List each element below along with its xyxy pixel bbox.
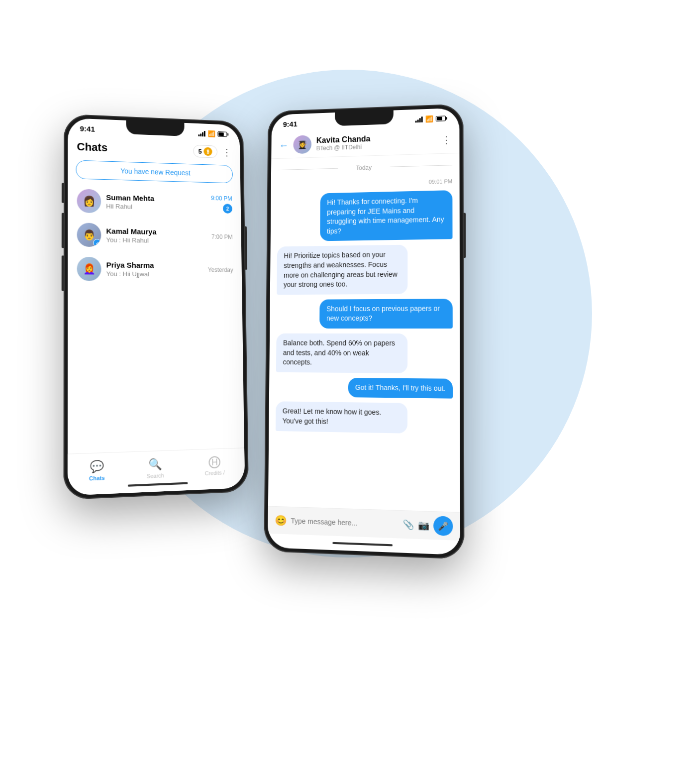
signal-icon-right [415,116,423,122]
chat-messages-container: Today 09:01 PM Hi! Thanks for connecting… [268,151,460,515]
mic-icon: 🎤 [438,521,448,531]
status-icons-right: 📶 [415,114,447,123]
message-time-stamp: 09:01 PM [278,178,452,189]
chat-item-kamal[interactable]: 👨 ✓ Kamal Maurya You : Hii Rahul 7:00 PM [73,218,236,253]
battery-icon-right [436,115,447,121]
unread-badge-suman: 2 [223,204,232,214]
side-button-vol-up [62,213,64,248]
chat-list: 👩 Suman Mehta Hii Rahul 9:00 PM 2 👨 ✓ [68,184,242,287]
status-icons-left: 📶 [198,130,228,138]
message-sent-3: Got it! Thanks, I'll try this out. [276,377,453,399]
chat-item-priya[interactable]: 👩‍🦰 Priya Sharma You : Hii Ujjwal Yester… [73,252,237,287]
bubble-received-2: Balance both. Spend 60% on papers and te… [276,333,407,373]
chat-time-suman: 9:00 PM [211,195,232,202]
notch [126,120,184,136]
search-nav-label: Search [147,472,164,479]
nav-credits[interactable]: H Credits / [204,456,225,476]
chat-info-priya: Priya Sharma You : Hii Ujjwal [106,260,203,278]
chat-more-button[interactable]: ⋮ [441,134,451,146]
side-button-mute [62,183,64,203]
search-nav-icon: 🔍 [148,457,162,471]
credits-badge[interactable]: 5 ₿ [193,145,217,158]
battery-icon [217,131,228,137]
phone-right: 9:41 📶 ← 👩‍🎓 [264,104,464,559]
message-received-1: Hi! Prioritize topics based on your stre… [277,244,452,295]
side-button-power-right [464,213,466,258]
nav-search[interactable]: 🔍 Search [146,457,164,479]
chat-meta-priya: Yesterday [208,266,233,273]
chat-time-kamal: 7:00 PM [211,233,233,240]
chat-input-area: 😊 📎 📷 🎤 [268,506,460,541]
avatar-kamal: 👨 ✓ [77,222,101,247]
back-button[interactable]: ← [279,139,289,151]
credits-coin-icon: ₿ [203,147,212,156]
message-received-2: Balance both. Spend 60% on papers and te… [276,333,453,374]
chat-meta-suman: 9:00 PM 2 [211,195,232,214]
chat-name-suman: Suman Mehta [106,193,206,204]
more-menu-button[interactable]: ⋮ [222,146,231,158]
wifi-icon: 📶 [207,130,215,137]
attach-button[interactable]: 📎 [403,519,414,531]
side-button-vol-down [62,255,64,291]
chat-nav-label: Chats [89,475,105,482]
home-indicator-right [332,542,393,547]
chat-preview-kamal: You : Hii Rahul [106,236,206,245]
chat-time-priya: Yesterday [208,266,233,273]
avatar-suman: 👩 [77,189,101,213]
chat-preview-suman: Hii Rahul [106,203,206,212]
bubble-received-3: Great! Let me know how it goes. You've g… [276,402,407,434]
message-input[interactable] [291,517,399,529]
new-request-button[interactable]: You have new Request [76,160,233,184]
chat-name-kamal: Kamal Maurya [106,226,206,236]
camera-button[interactable]: 📷 [418,520,429,532]
bottom-nav-left: 💬 Chats 🔍 Search H Credits / [68,447,245,495]
bubble-received-1: Hi! Prioritize topics based on your stre… [277,245,407,295]
verified-badge-kamal: ✓ [93,239,101,247]
chat-header-avatar: 👩‍🎓 [293,135,311,154]
wifi-icon-right: 📶 [425,115,433,122]
message-received-3: Great! Let me know how it goes. You've g… [276,402,453,434]
chat-info-kamal: Kamal Maurya You : Hii Rahul [106,226,206,245]
chats-header-right: 5 ₿ ⋮ [193,145,232,159]
mic-button[interactable]: 🎤 [433,516,453,536]
signal-icon [198,130,205,136]
message-sent-2: Should I focus on previous papers or new… [277,299,453,329]
chat-header-info: Kavita Chanda BTech @ IITDelhi [316,132,436,152]
chats-title: Chats [77,140,107,154]
emoji-button[interactable]: 😊 [275,514,287,527]
phone-left: 9:41 📶 [63,114,249,500]
message-sent-1: Hi! Thanks for connecting. I'm preparing… [277,190,452,242]
date-divider: Today [278,160,452,174]
status-time-left: 9:41 [80,124,95,133]
nav-chats[interactable]: 💬 Chats [89,460,105,482]
chat-meta-kamal: 7:00 PM [211,233,233,240]
chat-info-suman: Suman Mehta Hii Rahul [106,193,206,212]
chat-preview-priya: You : Hii Ujjwal [106,270,203,278]
credits-count: 5 [199,148,202,155]
status-time-right: 9:41 [283,120,298,128]
chat-item-suman[interactable]: 👩 Suman Mehta Hii Rahul 9:00 PM 2 [73,184,236,221]
credits-nav-icon: H [209,456,221,468]
bubble-sent-1: Hi! Thanks for connecting. I'm preparing… [320,190,452,241]
chat-nav-icon: 💬 [90,460,104,474]
bubble-sent-2: Should I focus on previous papers or new… [319,299,453,329]
credits-nav-label: Credits / [205,469,225,476]
notch-right [335,111,394,126]
avatar-priya: 👩‍🦰 [77,257,101,281]
chat-name-priya: Priya Sharma [106,260,203,270]
bubble-sent-3: Got it! Thanks, I'll try this out. [348,378,453,399]
